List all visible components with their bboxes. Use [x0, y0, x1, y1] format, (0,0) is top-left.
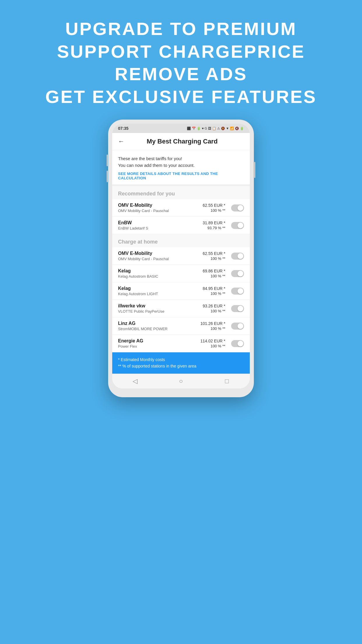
- recents-nav-icon[interactable]: □: [221, 377, 233, 385]
- tariff-pct: 100 % **: [203, 208, 225, 213]
- tariff-info: Energie AG Power Flex: [118, 338, 197, 349]
- tariff-row: EnBW EnBW Ladetarif S 31.89 EUR * 93.79 …: [112, 217, 250, 234]
- volume-up-button: [107, 155, 108, 166]
- section-charge-home-header: Charge at home: [112, 234, 250, 247]
- tariff-cost: 62.55 EUR *: [203, 203, 225, 208]
- info-section: These are the best tariffs for you!You c…: [112, 150, 250, 186]
- tariff-toggle[interactable]: [231, 204, 244, 211]
- tariff-cost-col: 69.86 EUR * 100 % **: [203, 269, 225, 278]
- tariff-cost-col: 62.55 EUR * 100 % **: [203, 203, 225, 213]
- tariff-pct: 100 % **: [200, 326, 225, 331]
- tariff-pct: 100 % **: [203, 274, 225, 278]
- status-time: 07:35: [118, 126, 129, 131]
- tariff-card: Kelag Autostrom BASIC: [118, 274, 200, 279]
- tariff-name: Energie AG: [118, 338, 197, 344]
- tariff-row: illwerke vkw VLOTTE Public PayPerUse 93.…: [112, 300, 250, 317]
- tariff-name: Linz AG: [118, 321, 197, 326]
- tariff-card: VLOTTE Public PayPerUse: [118, 309, 200, 314]
- tariff-info: OMV E-Mobility OMV Mobility Card - Pausc…: [118, 203, 200, 213]
- tariff-info: Linz AG StromMOBIL MORE POWER: [118, 321, 197, 331]
- tariff-info: OMV E-Mobility OMV Mobility Card - Pausc…: [118, 251, 200, 261]
- phone-frame: 07:35 ⬛ 📅 🔋 ♥ G 🖼 📋 ⚠ 🔕 ▼ 📶 🔇 🔋 ← My Bes…: [108, 120, 254, 397]
- status-icons: ⬛ 📅 🔋 ♥ G 🖼 📋 ⚠ 🔕 ▼ 📶 🔇 🔋: [187, 127, 244, 130]
- app-header: ← My Best Charging Card: [112, 133, 250, 150]
- tariff-name: EnBW: [118, 220, 200, 225]
- tariff-cost: 101.26 EUR *: [200, 321, 225, 326]
- volume-down-button: [107, 171, 108, 182]
- tariff-cost: 69.86 EUR *: [203, 269, 225, 273]
- tariff-pct: 100 % **: [200, 344, 225, 348]
- tariff-card: StromMOBIL MORE POWER: [118, 327, 197, 331]
- back-nav-icon[interactable]: ◁: [129, 377, 141, 385]
- tariff-card: EnBW Ladetarif S: [118, 226, 200, 230]
- tariff-cost: 31.89 EUR *: [203, 220, 225, 225]
- tariff-row: Kelag Kelag Autostrom LIGHT 84.95 EUR * …: [112, 282, 250, 300]
- tariff-pct: 100 % **: [203, 309, 225, 313]
- tariff-name: OMV E-Mobility: [118, 203, 200, 208]
- tariff-cost: 62.55 EUR *: [203, 251, 225, 256]
- tariff-cost-col: 114.02 EUR * 100 % **: [200, 339, 225, 348]
- content-scroll: Recommended for you OMV E-Mobility OMV M…: [112, 186, 250, 352]
- tariff-cost-col: 62.55 EUR * 100 % **: [203, 251, 225, 261]
- info-text: These are the best tariffs for you!You c…: [118, 155, 244, 169]
- tariff-info: Kelag Kelag Autostrom BASIC: [118, 268, 200, 279]
- tariff-toggle[interactable]: [231, 222, 244, 229]
- tariff-row: OMV E-Mobility OMV Mobility Card - Pausc…: [112, 247, 250, 265]
- tariff-toggle[interactable]: [231, 340, 244, 347]
- status-bar: 07:35 ⬛ 📅 🔋 ♥ G 🖼 📋 ⚠ 🔕 ▼ 📶 🔇 🔋: [112, 124, 250, 133]
- tariff-row: OMV E-Mobility OMV Mobility Card - Pausc…: [112, 199, 250, 217]
- tariff-card: OMV Mobility Card - Pauschal: [118, 257, 200, 261]
- tariff-cost: 84.95 EUR *: [203, 286, 225, 291]
- promo-header: UPGRADE TO PREMIUM SUPPORT CHARGEPRICE R…: [45, 0, 317, 120]
- tariff-card: Kelag Autostrom LIGHT: [118, 292, 200, 296]
- tariff-name: Kelag: [118, 268, 200, 274]
- footer-note: * Estimated Monthly costs ** % of suppor…: [112, 352, 250, 374]
- tariff-info: illwerke vkw VLOTTE Public PayPerUse: [118, 303, 200, 314]
- home-nav-icon[interactable]: ○: [175, 377, 187, 385]
- tariff-cost: 114.02 EUR *: [200, 339, 225, 343]
- tariff-row: Energie AG Power Flex 114.02 EUR * 100 %…: [112, 335, 250, 352]
- tariff-toggle[interactable]: [231, 288, 244, 295]
- tariff-card: Power Flex: [118, 344, 197, 349]
- tariff-cost: 93.26 EUR *: [203, 304, 225, 308]
- tariff-name: Kelag: [118, 286, 200, 291]
- footer-note-line1: * Estimated Monthly costs: [118, 356, 244, 363]
- tariff-cost-col: 101.26 EUR * 100 % **: [200, 321, 225, 331]
- phone-screen: 07:35 ⬛ 📅 🔋 ♥ G 🖼 📋 ⚠ 🔕 ▼ 📶 🔇 🔋 ← My Bes…: [112, 124, 250, 388]
- tariff-row: Kelag Kelag Autostrom BASIC 69.86 EUR * …: [112, 265, 250, 282]
- tariff-cost-col: 84.95 EUR * 100 % **: [203, 286, 225, 296]
- tariff-pct: 100 % **: [203, 256, 225, 261]
- footer-note-line2: ** % of supported stations in the given …: [118, 363, 244, 369]
- tariff-name: illwerke vkw: [118, 303, 200, 309]
- tariff-info: EnBW EnBW Ladetarif S: [118, 220, 200, 230]
- tariff-name: OMV E-Mobility: [118, 251, 200, 256]
- tariff-pct: 100 % **: [203, 291, 225, 296]
- details-link[interactable]: SEE MORE DETAILS ABOUT THE RESULTS AND T…: [118, 172, 244, 180]
- tariff-card: OMV Mobility Card - Pauschal: [118, 209, 200, 213]
- tariff-toggle[interactable]: [231, 270, 244, 277]
- tariff-toggle[interactable]: [231, 323, 244, 330]
- bottom-nav: ◁ ○ □: [112, 374, 250, 388]
- tariff-info: Kelag Kelag Autostrom LIGHT: [118, 286, 200, 296]
- tariff-cost-col: 31.89 EUR * 93.79 % **: [203, 220, 225, 230]
- page-title: My Best Charging Card: [129, 138, 244, 145]
- tariff-cost-col: 93.26 EUR * 100 % **: [203, 304, 225, 313]
- tariff-row: Linz AG StromMOBIL MORE POWER 101.26 EUR…: [112, 317, 250, 335]
- tariff-toggle[interactable]: [231, 305, 244, 312]
- power-button: [254, 162, 255, 178]
- tariff-pct: 93.79 % **: [203, 226, 225, 230]
- back-button[interactable]: ←: [118, 138, 124, 145]
- section-recommended-header: Recommended for you: [112, 186, 250, 199]
- tariff-toggle[interactable]: [231, 253, 244, 260]
